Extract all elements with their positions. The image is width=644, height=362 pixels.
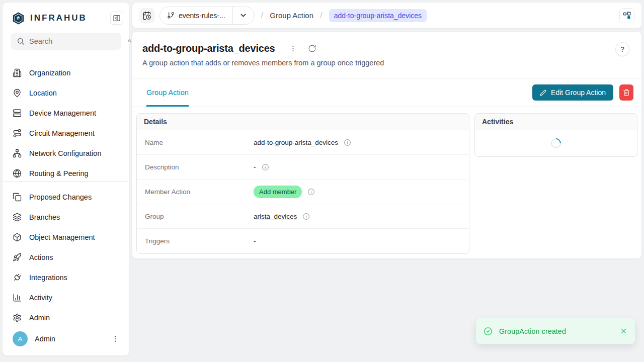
detail-label: Member Action (145, 188, 254, 196)
breadcrumb-separator: / (320, 11, 323, 21)
sidebar-item-label: Proposed Changes (29, 193, 92, 201)
schema-graph-icon (622, 11, 631, 20)
toast-close-button[interactable] (620, 327, 627, 335)
sidebar-item-label: Object Management (29, 233, 95, 241)
details-card: Details Name add-to-group-arista_devices… (136, 113, 469, 254)
sidebar-item-object-management[interactable]: Object Management (7, 227, 125, 247)
sidebar-collapse-button[interactable] (110, 12, 123, 25)
sidebar-item-network-configuration[interactable]: Network Configuration (7, 143, 125, 163)
trash-icon (623, 89, 630, 96)
avatar: A (13, 331, 28, 346)
sidebar-item-label: Routing & Peering (29, 169, 89, 177)
diff-icon (13, 193, 22, 202)
member-action-badge: Add member (254, 186, 302, 198)
detail-row-triggers: Triggers - (137, 229, 469, 253)
detail-row-description: Description - (137, 155, 469, 179)
kebab-icon (111, 335, 119, 343)
sidebar-item-branches[interactable]: Branches (7, 207, 125, 227)
object-kebab-button[interactable] (289, 45, 297, 52)
sidebar-item-proposed-changes[interactable]: Proposed Changes (7, 187, 125, 207)
main-panel: add-to-group-arista_devices A group acti… (132, 31, 642, 259)
user-menu[interactable]: A Admin (7, 327, 125, 350)
pencil-icon (540, 89, 546, 96)
time-travel-button[interactable] (139, 8, 154, 23)
sidebar-item-label: Activity (29, 294, 52, 302)
detail-label: Description (145, 163, 254, 171)
sidebar-item-label: Actions (29, 253, 53, 261)
bar-chart-icon (13, 293, 22, 302)
user-name: Admin (35, 335, 55, 343)
breadcrumb-current-item[interactable]: add-to-group-arista_devices (329, 9, 427, 22)
sidebar-item-device-management[interactable]: Device Management (7, 103, 125, 123)
refresh-button[interactable] (308, 44, 316, 53)
sidebar-item-label: Network Configuration (29, 149, 101, 157)
help-button[interactable]: ? (615, 42, 629, 56)
sidebar-item-admin[interactable]: Admin (7, 308, 125, 328)
logo-row: INFRAHUB (12, 10, 123, 27)
sidebar-item-location[interactable]: Location (7, 83, 125, 103)
content-area: Details Name add-to-group-arista_devices… (132, 107, 641, 258)
git-branch-icon (167, 12, 175, 19)
page-subtitle: A group action that adds or removes memb… (142, 59, 631, 67)
toast-notification: GroupAction created (476, 318, 635, 344)
sidebar-nav-secondary: Proposed Changes Branches Object Managem… (3, 187, 129, 328)
sidebar-item-label: Circuit Management (29, 129, 95, 137)
plug-icon (13, 273, 22, 282)
sidebar-item-label: Admin (29, 314, 50, 322)
edit-button-label: Edit Group Action (551, 88, 606, 97)
search-icon (17, 37, 25, 45)
page-header: add-to-group-arista_devices A group acti… (132, 32, 641, 78)
breadcrumb-type[interactable]: Group Action (270, 11, 313, 20)
network-icon (13, 149, 22, 158)
route-icon (13, 129, 22, 138)
detail-value: add-to-group-arista_devices (254, 139, 338, 146)
close-icon (620, 327, 627, 335)
building-icon (13, 68, 22, 77)
server-icon (13, 109, 22, 118)
sidebar-item-routing-peering[interactable]: Routing & Peering (7, 163, 125, 182)
sidebar-item-activity[interactable]: Activity (7, 288, 125, 308)
schema-button[interactable] (619, 8, 634, 23)
sidebar-item-label: Organization (29, 69, 70, 77)
toast-message: GroupAction created (499, 327, 613, 335)
map-pin-icon (13, 88, 22, 98)
group-link[interactable]: arista_devices (254, 213, 297, 220)
sidebar-item-actions[interactable]: Actions (7, 247, 125, 267)
activities-card-header: Activities (475, 114, 637, 130)
kebab-icon (289, 45, 297, 52)
tab-bar: Group Action Edit Group Action (132, 78, 641, 107)
info-icon[interactable] (302, 213, 310, 220)
detail-value: - (254, 237, 256, 245)
brand-name: INFRAHUB (30, 13, 87, 23)
cube-icon (13, 233, 22, 242)
user-kebab-button[interactable] (111, 335, 119, 343)
breadcrumb-separator: / (261, 11, 264, 21)
search-box[interactable]: ^K (11, 33, 121, 50)
sidebar-item-label: Location (29, 89, 57, 97)
sidebar-item-label: Integrations (29, 274, 67, 282)
infrahub-logo-icon (12, 12, 25, 25)
edit-group-action-button[interactable]: Edit Group Action (532, 84, 613, 101)
loading-spinner (549, 136, 563, 150)
info-icon[interactable] (262, 163, 269, 171)
gear-icon (13, 313, 22, 322)
sidebar-item-organization[interactable]: Organization (7, 63, 125, 83)
tab-group-action[interactable]: Group Action (146, 78, 189, 107)
sidebar-item-integrations[interactable]: Integrations (7, 267, 125, 288)
sidebar-nav-primary: Organization Location Device Management … (3, 63, 129, 182)
detail-row-name: Name add-to-group-arista_devices (137, 130, 469, 155)
delete-button[interactable] (619, 84, 633, 101)
detail-row-group: Group arista_devices (137, 204, 469, 229)
info-icon[interactable] (344, 139, 351, 146)
chevron-down-icon (233, 11, 254, 20)
search-input[interactable] (29, 37, 123, 45)
activities-card: Activities (474, 113, 637, 157)
page-title: add-to-group-arista_devices (142, 43, 275, 54)
branch-selector[interactable]: events-rules-... (159, 7, 255, 25)
sidebar-item-circuit-management[interactable]: Circuit Management (7, 123, 125, 143)
check-circle-icon (484, 327, 493, 336)
refresh-icon (308, 44, 316, 53)
info-icon[interactable] (307, 188, 315, 196)
layers-icon (13, 213, 22, 222)
topbar: events-rules-... / Group Action / add-to… (132, 2, 642, 29)
